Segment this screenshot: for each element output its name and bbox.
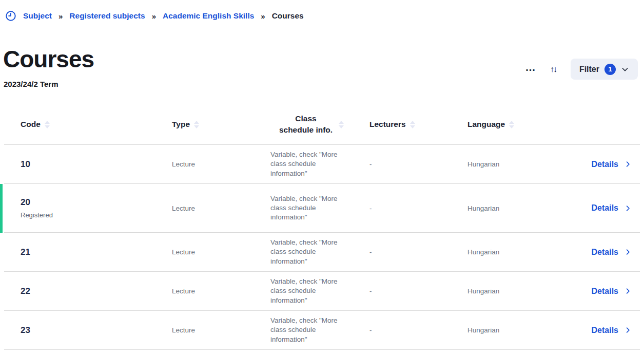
breadcrumb-link-subject[interactable]: Subject <box>23 11 52 21</box>
course-type: Lecture <box>172 205 262 212</box>
class-schedule-text: Variable, check "More class schedule inf… <box>270 238 354 266</box>
breadcrumb-separator: » <box>152 12 156 21</box>
sort-arrows-icon <box>509 121 514 128</box>
details-label: Details <box>592 326 618 335</box>
clock-icon <box>5 10 16 22</box>
course-lecturers: - <box>359 326 467 334</box>
filter-button[interactable]: Filter 1 <box>571 59 638 80</box>
course-lecturers: - <box>359 248 467 256</box>
breadcrumb-current-courses: Courses <box>272 11 304 21</box>
course-language: Hungarian <box>467 287 567 295</box>
table-row: 21 Lecture Variable, check "More class s… <box>4 233 640 272</box>
table-row: 22 Lecture Variable, check "More class s… <box>4 272 640 311</box>
course-code: 20 Registered <box>4 197 172 219</box>
course-type: Lecture <box>172 287 262 295</box>
class-schedule-info: Variable, check "More class schedule inf… <box>262 277 359 305</box>
course-code: 10 <box>4 159 172 170</box>
column-header-label: Lecturers <box>369 120 406 129</box>
breadcrumb-link-registered-subjects[interactable]: Registered subjects <box>69 11 145 21</box>
sort-arrows-icon <box>339 121 344 128</box>
filter-count-badge: 1 <box>604 64 616 75</box>
column-header-label: Language <box>467 120 505 129</box>
details-link[interactable]: Details <box>567 248 640 257</box>
column-header-lecturers[interactable]: Lecturers <box>359 120 467 129</box>
class-schedule-text: Variable, check "More class schedule inf… <box>270 194 354 222</box>
class-schedule-info: Variable, check "More class schedule inf… <box>262 238 359 266</box>
column-header-code[interactable]: Code <box>4 120 172 129</box>
chevron-down-icon <box>621 65 629 73</box>
details-link[interactable]: Details <box>567 160 640 169</box>
course-language: Hungarian <box>467 326 567 334</box>
course-code: 21 <box>4 247 172 257</box>
chevron-right-icon <box>624 248 632 256</box>
course-lecturers: - <box>359 205 467 212</box>
details-label: Details <box>592 287 618 296</box>
class-schedule-info: Variable, check "More class schedule inf… <box>262 194 359 222</box>
course-code: 23 <box>4 325 172 336</box>
details-link[interactable]: Details <box>567 287 640 296</box>
course-language: Hungarian <box>467 205 567 212</box>
course-language: Hungarian <box>467 160 567 168</box>
course-language: Hungarian <box>467 248 567 256</box>
details-label: Details <box>592 203 618 213</box>
column-header-type[interactable]: Type <box>172 120 262 129</box>
details-label: Details <box>592 160 618 169</box>
table-row: 10 Lecture Variable, check "More class s… <box>4 145 640 184</box>
chevron-right-icon <box>624 326 632 334</box>
table-row-registered: 20 Registered Lecture Variable, check "M… <box>4 184 640 233</box>
table-row: 23 Lecture Variable, check "More class s… <box>4 311 640 350</box>
course-type: Lecture <box>172 248 262 256</box>
registered-status-badge: Registered <box>21 211 172 219</box>
course-type: Lecture <box>172 326 262 334</box>
class-schedule-text: Variable, check "More class schedule inf… <box>270 150 354 178</box>
page-header: Courses 2023/24/2 Term ... ↑↓ Filter 1 <box>0 45 644 88</box>
class-schedule-text: Variable, check "More class schedule inf… <box>270 316 354 344</box>
sort-arrows-icon <box>45 121 50 128</box>
details-label: Details <box>592 248 618 257</box>
table-header-row: Code Type Class schedule info. Lecturers… <box>4 104 640 145</box>
details-link[interactable]: Details <box>567 203 640 213</box>
class-schedule-text: Variable, check "More class schedule inf… <box>270 277 354 305</box>
sort-order-button[interactable]: ↑↓ <box>550 65 556 74</box>
chevron-right-icon <box>624 205 632 212</box>
breadcrumb: Subject » Registered subjects » Academic… <box>5 10 304 22</box>
breadcrumb-link-academic-english-skills[interactable]: Academic English Skills <box>163 11 254 21</box>
class-schedule-info: Variable, check "More class schedule inf… <box>262 150 359 178</box>
course-lecturers: - <box>359 287 467 295</box>
chevron-right-icon <box>624 160 632 168</box>
header-actions: ... ↑↓ Filter 1 <box>525 59 638 80</box>
column-header-label: Class schedule info. <box>277 113 335 135</box>
term-label: 2023/24/2 Term <box>4 80 644 88</box>
course-code: 22 <box>4 286 172 296</box>
courses-table: Code Type Class schedule info. Lecturers… <box>4 104 640 350</box>
sort-arrows-icon <box>410 121 415 128</box>
more-options-button[interactable]: ... <box>525 65 536 74</box>
column-header-label: Type <box>172 120 190 129</box>
course-code-value: 20 <box>21 197 172 208</box>
column-header-class-schedule-info[interactable]: Class schedule info. <box>262 113 359 135</box>
course-type: Lecture <box>172 160 262 168</box>
breadcrumb-separator: » <box>58 12 63 21</box>
filter-label: Filter <box>579 65 599 74</box>
column-header-label: Code <box>21 120 41 129</box>
chevron-right-icon <box>624 287 632 295</box>
class-schedule-info: Variable, check "More class schedule inf… <box>262 316 359 344</box>
column-header-language[interactable]: Language <box>467 120 567 129</box>
sort-arrows-icon <box>194 121 199 128</box>
details-link[interactable]: Details <box>567 326 640 335</box>
course-lecturers: - <box>359 160 467 168</box>
breadcrumb-separator: » <box>261 12 265 21</box>
